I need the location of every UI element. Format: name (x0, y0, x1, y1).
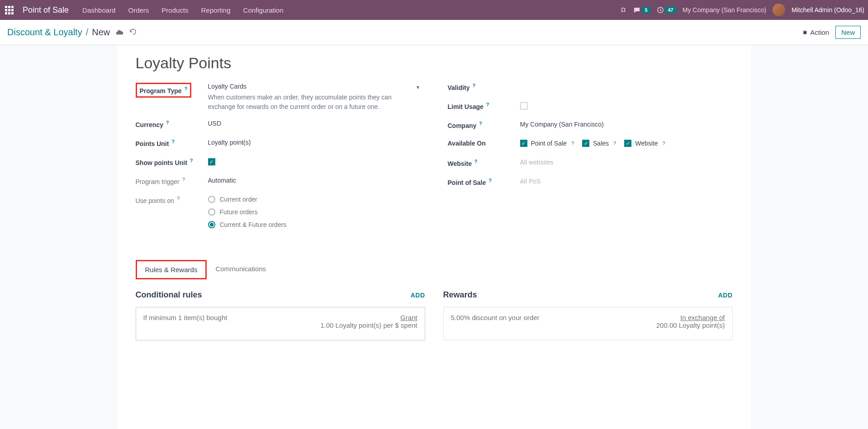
discard-icon[interactable] (129, 28, 137, 37)
tab-rules-rewards[interactable]: Rules & Rewards (137, 261, 206, 278)
program-trigger-label: Program trigger (136, 178, 180, 185)
control-panel: Discount & Loyalty / New Action New (0, 20, 868, 45)
conditional-rules-column: Conditional rules ADD If minimum 1 item(… (136, 290, 425, 340)
nav-reporting[interactable]: Reporting (201, 6, 231, 14)
user-menu[interactable]: Mitchell Admin (Odoo_16) (792, 6, 864, 14)
program-type-value[interactable]: Loyalty Cards (208, 83, 247, 90)
available-on-website-label: Website (635, 140, 658, 147)
action-menu-button[interactable]: Action (802, 28, 829, 36)
help-icon[interactable]: ? (571, 141, 574, 146)
help-icon[interactable]: ? (185, 86, 188, 91)
points-unit-label: Points Unit (136, 140, 169, 147)
messaging-icon[interactable]: 5 (633, 6, 650, 14)
tab-communications[interactable]: Communications (207, 260, 275, 279)
limit-usage-checkbox[interactable] (520, 102, 527, 109)
reward-exchange-label: In exchange of (656, 314, 725, 321)
chevron-down-icon[interactable]: ▼ (416, 85, 421, 90)
form-left-column: Program Type ? Loyalty Cards ▼ When cust… (136, 83, 421, 242)
validity-label: Validity (448, 84, 470, 91)
website-label: Website (448, 160, 472, 167)
currency-label: Currency (136, 121, 163, 128)
add-reward-button[interactable]: ADD (718, 292, 733, 299)
program-type-label: Program Type (140, 87, 182, 94)
conditional-rules-title: Conditional rules (136, 290, 202, 300)
nav-products[interactable]: Products (161, 6, 188, 14)
rule-grant-label: Grant (320, 314, 417, 321)
pos-value[interactable]: All PoS (520, 178, 733, 185)
apps-menu-icon[interactable] (4, 5, 14, 15)
form-sheet: Loyalty Points Program Type ? Loyalty Ca… (118, 45, 751, 429)
radio-future-orders[interactable] (208, 208, 215, 216)
help-icon[interactable]: ? (489, 178, 492, 183)
app-name[interactable]: Point of Sale (23, 5, 69, 15)
radio-future-orders-label: Future orders (220, 208, 258, 216)
help-icon[interactable]: ? (166, 120, 169, 125)
website-value[interactable]: All websites (520, 159, 733, 166)
available-on-label: Available On (448, 140, 486, 147)
form-right-column: Validity ? Limit Usage ? (448, 83, 733, 242)
rewards-title: Rewards (443, 290, 477, 300)
form-view-scroll[interactable]: Loyalty Points Program Type ? Loyalty Ca… (0, 45, 868, 429)
record-title[interactable]: Loyalty Points (136, 54, 733, 72)
radio-current-order-label: Current order (220, 196, 257, 203)
help-icon[interactable]: ? (479, 121, 482, 126)
radio-current-future-orders-label: Current & Future orders (220, 221, 287, 228)
company-value[interactable]: My Company (San Francisco) (520, 121, 733, 128)
breadcrumb-current: New (92, 27, 110, 38)
new-button[interactable]: New (835, 26, 861, 39)
breadcrumb-separator: / (86, 27, 89, 38)
available-on-sales-checkbox[interactable] (582, 140, 589, 147)
help-icon[interactable]: ? (190, 158, 193, 163)
reward-description: 5.00% discount on your order (451, 314, 540, 321)
debug-icon[interactable] (620, 6, 627, 14)
rule-card[interactable]: If minimum 1 item(s) bought Grant 1.00 L… (136, 307, 425, 340)
radio-current-future-orders[interactable] (208, 221, 215, 228)
program-trigger-value: Automatic (208, 177, 421, 184)
pos-label: Point of Sale (448, 179, 486, 186)
help-icon[interactable]: ? (177, 196, 180, 201)
limit-usage-label: Limit Usage (448, 103, 484, 110)
nav-orders[interactable]: Orders (128, 6, 149, 14)
help-icon[interactable]: ? (613, 141, 616, 146)
points-unit-value[interactable]: Loyalty point(s) (208, 139, 421, 146)
breadcrumb-parent[interactable]: Discount & Loyalty (7, 27, 82, 38)
highlight-rules-tab: Rules & Rewards (136, 260, 207, 279)
rule-grant-value: 1.00 Loyalty point(s) per $ spent (320, 321, 417, 329)
help-icon[interactable]: ? (182, 177, 185, 182)
main-navbar: Point of Sale Dashboard Orders Products … (0, 0, 868, 20)
program-type-description: When customers make an order, they accum… (208, 93, 421, 112)
save-cloud-icon[interactable] (115, 28, 123, 37)
user-avatar-icon[interactable] (773, 4, 785, 16)
show-points-unit-checkbox[interactable] (208, 158, 215, 165)
currency-value[interactable]: USD (208, 120, 421, 127)
add-rule-button[interactable]: ADD (411, 292, 425, 299)
company-label: Company (448, 122, 477, 129)
messaging-badge: 5 (642, 7, 650, 13)
available-on-website-checkbox[interactable] (624, 140, 631, 147)
reward-card[interactable]: 5.00% discount on your order In exchange… (443, 307, 733, 340)
nav-configuration[interactable]: Configuration (243, 6, 284, 14)
highlight-program-type: Program Type ? (136, 83, 192, 98)
help-icon[interactable]: ? (472, 83, 475, 88)
show-points-unit-label: Show points Unit (136, 159, 187, 166)
notebook-tabs: Rules & Rewards Communications (136, 260, 733, 279)
help-icon[interactable]: ? (171, 139, 175, 144)
company-switcher[interactable]: My Company (San Francisco) (683, 6, 766, 14)
available-on-pos-label: Point of Sale (531, 140, 567, 147)
rewards-column: Rewards ADD 5.00% discount on your order… (443, 290, 733, 340)
activities-icon[interactable]: 47 (657, 6, 676, 14)
breadcrumb: Discount & Loyalty / New (7, 27, 110, 38)
reward-exchange-value: 200.00 Loyalty point(s) (656, 321, 725, 329)
available-on-sales-label: Sales (593, 140, 609, 147)
nav-dashboard[interactable]: Dashboard (82, 6, 115, 14)
radio-current-order[interactable] (208, 196, 215, 203)
rule-condition: If minimum 1 item(s) bought (143, 314, 228, 321)
use-points-on-label: Use points on (136, 197, 175, 204)
available-on-pos-checkbox[interactable] (520, 140, 527, 147)
help-icon[interactable]: ? (486, 102, 489, 107)
rules-rewards-section: Conditional rules ADD If minimum 1 item(… (136, 290, 733, 340)
help-icon[interactable]: ? (663, 141, 665, 146)
help-icon[interactable]: ? (474, 159, 478, 164)
activities-badge: 47 (665, 7, 676, 13)
